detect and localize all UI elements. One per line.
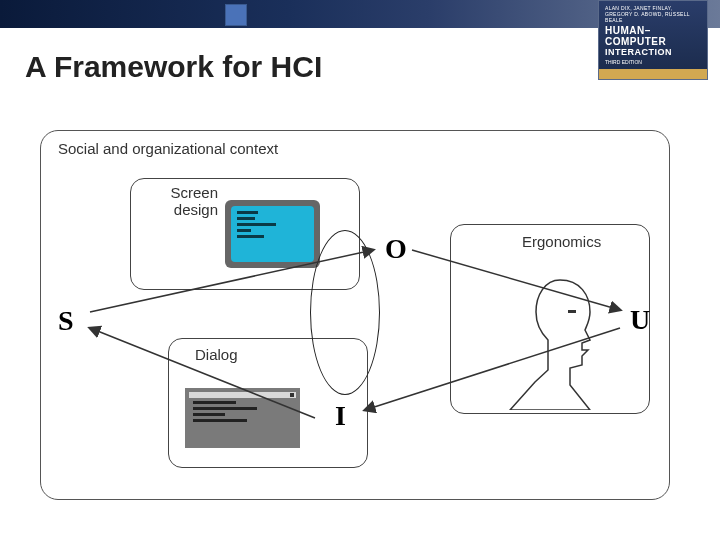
monitor-icon xyxy=(225,200,320,268)
book-title-2: INTERACTION xyxy=(605,47,701,57)
book-title-1: HUMAN–COMPUTER xyxy=(605,25,701,47)
diagram: Social and organizational context Screen… xyxy=(40,130,670,500)
dialog-label: Dialog xyxy=(195,346,238,363)
terminal-window-icon xyxy=(185,388,300,448)
book-edition: THIRD EDITION xyxy=(605,59,701,65)
book-cover: ALAN DIX, JANET FINLAY, GREGORY D. ABOWD… xyxy=(598,0,708,80)
screen-design-label: Screen design xyxy=(148,184,218,219)
human-profile-icon xyxy=(490,270,630,410)
marker-O: O xyxy=(385,233,407,265)
outer-context-label: Social and organizational context xyxy=(58,140,278,157)
marker-S: S xyxy=(58,305,74,337)
marker-U: U xyxy=(630,304,650,336)
book-band xyxy=(599,69,707,79)
book-authors-2: GREGORY D. ABOWD, RUSSELL BEALE xyxy=(605,11,701,23)
svg-rect-0 xyxy=(568,310,576,313)
interface-oval xyxy=(310,230,380,395)
marker-I: I xyxy=(335,400,346,432)
ergonomics-label: Ergonomics xyxy=(522,233,601,250)
slide-title: A Framework for HCI xyxy=(25,50,322,84)
